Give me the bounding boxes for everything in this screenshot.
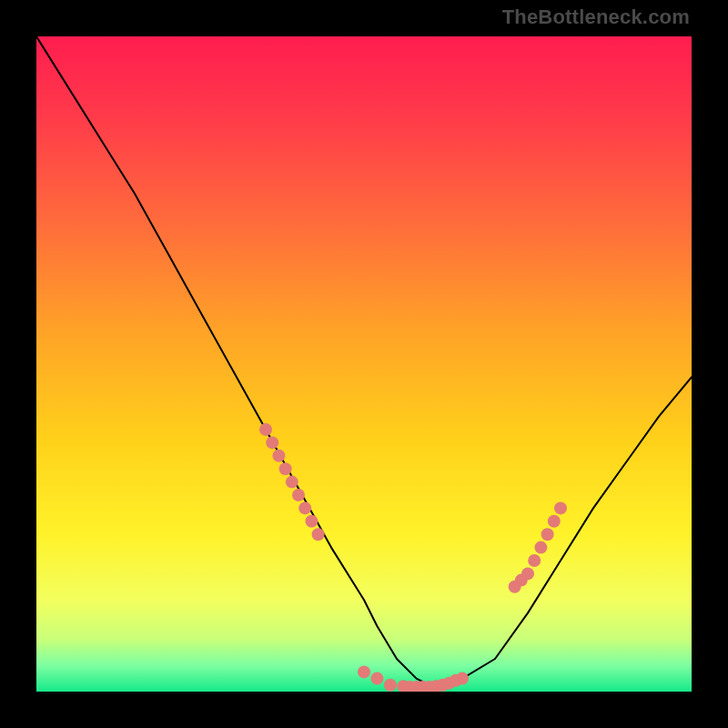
highlight-segment-left-dot xyxy=(266,436,278,449)
highlight-segment-right-dot xyxy=(541,528,554,541)
chart-svg xyxy=(36,36,692,692)
chart-frame: TheBottleneck.com xyxy=(0,0,728,728)
highlight-segment-left-dot xyxy=(312,528,325,541)
watermark-label: TheBottleneck.com xyxy=(502,5,690,29)
highlight-segment-left-dot xyxy=(298,501,311,514)
bottleneck-curve xyxy=(36,36,692,685)
plot-area xyxy=(36,36,692,692)
highlight-segment-right-dot xyxy=(534,541,547,554)
highlight-segment-right-dot xyxy=(521,567,534,580)
highlight-segment-left-dot xyxy=(286,476,298,489)
highlight-segment-right-dot xyxy=(554,501,567,514)
highlight-segment-valley-dot xyxy=(384,679,397,692)
highlight-segment-valley-dot xyxy=(370,672,383,685)
highlight-segment-valley-dot xyxy=(456,672,469,685)
highlight-segment-left-dot xyxy=(259,423,272,436)
highlight-segment-left-dot xyxy=(272,450,285,462)
highlight-segment-left-dot xyxy=(279,462,292,475)
highlight-segment-left-dot xyxy=(305,515,318,528)
highlight-segment-valley-dot xyxy=(358,665,370,678)
highlight-segment-right-dot xyxy=(548,515,561,528)
highlight-segment-right-dot xyxy=(528,554,541,567)
highlight-segment-left-dot xyxy=(292,489,305,501)
